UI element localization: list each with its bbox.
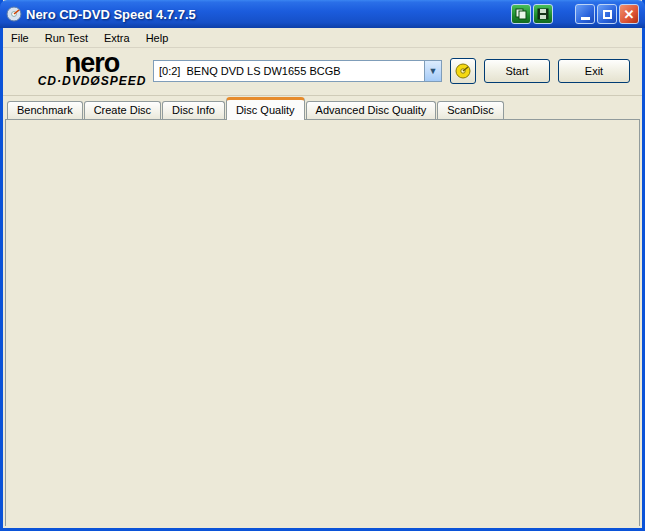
- nero-logo-text: nero: [17, 50, 167, 76]
- save-icon: [537, 8, 549, 20]
- menu-extra[interactable]: Extra: [96, 29, 138, 47]
- tab-benchmark[interactable]: Benchmark: [7, 101, 83, 120]
- minimize-button[interactable]: [575, 4, 595, 24]
- cddvdspeed-logo-text: CD·DVDØSPEED: [17, 74, 167, 88]
- start-button-label: Start: [505, 65, 528, 77]
- tab-create-disc[interactable]: Create Disc: [84, 101, 161, 120]
- titlebar: Nero CD-DVD Speed 4.7.7.5 ✕: [0, 0, 645, 28]
- menu-help[interactable]: Help: [138, 29, 177, 47]
- tabstrip: Benchmark Create Disc Disc Info Disc Qua…: [7, 97, 639, 120]
- maximize-button[interactable]: [597, 4, 617, 24]
- app-window: Nero CD-DVD Speed 4.7.7.5 ✕ File Run Tes…: [0, 0, 645, 531]
- app-icon: [6, 6, 22, 22]
- start-button[interactable]: Start: [484, 59, 550, 83]
- nero-logo: nero CD·DVDØSPEED: [17, 50, 167, 88]
- disc-speed-icon: [454, 62, 472, 80]
- disc-quality-page: [5, 119, 640, 526]
- media-info-button[interactable]: [450, 58, 476, 84]
- copy-icon: [515, 8, 527, 20]
- exit-button[interactable]: Exit: [558, 59, 630, 83]
- exit-button-label: Exit: [585, 65, 603, 77]
- drive-selector-value: [0:2] BENQ DVD LS DW1655 BCGB: [154, 65, 424, 77]
- menu-run-test[interactable]: Run Test: [37, 29, 96, 47]
- close-button[interactable]: ✕: [619, 4, 639, 24]
- maximize-icon: [603, 10, 612, 19]
- tab-scandisc[interactable]: ScanDisc: [437, 101, 503, 120]
- save-button[interactable]: [533, 4, 553, 24]
- tab-advanced-disc-quality[interactable]: Advanced Disc Quality: [306, 101, 437, 120]
- drive-selector[interactable]: [0:2] BENQ DVD LS DW1655 BCGB ▼: [153, 60, 442, 82]
- chevron-down-icon[interactable]: ▼: [424, 61, 441, 81]
- header: nero CD·DVDØSPEED [0:2] BENQ DVD LS DW16…: [3, 49, 642, 96]
- window-title: Nero CD-DVD Speed 4.7.7.5: [26, 7, 196, 22]
- tab-disc-info[interactable]: Disc Info: [162, 101, 225, 120]
- copy-button[interactable]: [511, 4, 531, 24]
- menu-file[interactable]: File: [3, 29, 37, 47]
- menubar: File Run Test Extra Help: [3, 28, 642, 48]
- close-icon: ✕: [624, 8, 635, 21]
- tab-disc-quality[interactable]: Disc Quality: [226, 97, 305, 120]
- minimize-icon: [581, 17, 590, 20]
